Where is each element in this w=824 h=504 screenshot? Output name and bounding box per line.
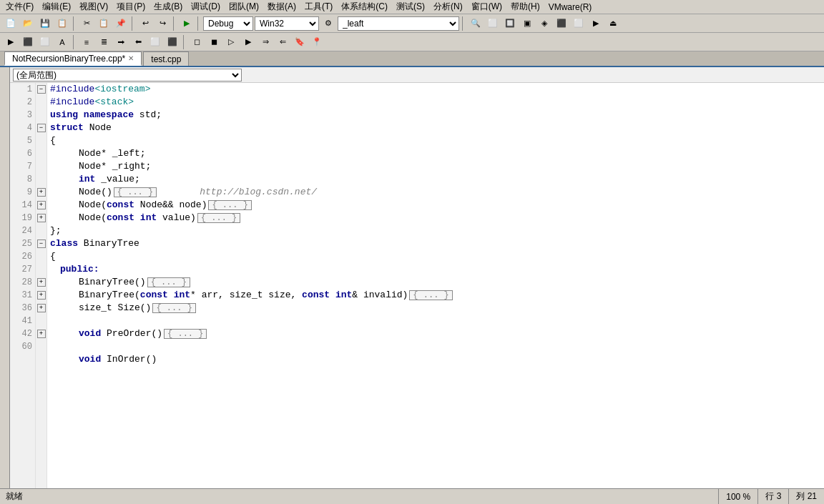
code-const-14: const xyxy=(107,199,134,212)
menu-project[interactable]: 项目(P) xyxy=(112,0,149,14)
fold-28[interactable]: + xyxy=(37,278,46,287)
menu-view[interactable]: 视图(V) xyxy=(75,0,112,14)
tb-btn-f[interactable]: ⬛ xyxy=(554,16,569,31)
code-lines[interactable]: #include<iostream> #include<stack> using… xyxy=(47,83,824,488)
copy-btn[interactable]: 📋 xyxy=(96,16,112,31)
fold-36[interactable]: + xyxy=(37,304,46,312)
menu-vmware[interactable]: VMware(R) xyxy=(544,1,597,14)
tb-btn-e[interactable]: ◈ xyxy=(536,16,552,31)
sep-2 xyxy=(132,16,134,31)
fold-9[interactable]: + xyxy=(37,188,46,197)
menu-arch[interactable]: 体系结构(C) xyxy=(337,0,392,14)
tb-btn-b[interactable]: ⬜ xyxy=(485,16,501,31)
tb2-btn-l[interactable]: ◼ xyxy=(206,35,222,49)
tb-btn-d[interactable]: ▣ xyxy=(519,16,535,31)
code-inc-1: <iostream> xyxy=(94,83,150,96)
code-line-4: struct Node xyxy=(50,122,824,134)
code-bt-ctor-31b: * arr, size_t size, xyxy=(190,289,302,302)
tb2-btn-g[interactable]: ⮕ xyxy=(113,35,129,49)
tb-btn-g[interactable]: ⬜ xyxy=(571,16,587,31)
menu-team[interactable]: 团队(M) xyxy=(225,0,263,14)
menu-window[interactable]: 窗口(W) xyxy=(467,0,506,14)
run-btn[interactable]: ▶ xyxy=(179,16,195,31)
ln-9: 9 xyxy=(10,186,35,199)
code-ns-std: std; xyxy=(139,109,162,122)
open-file-btn[interactable]: 📂 xyxy=(20,16,36,31)
menu-debug[interactable]: 调试(D) xyxy=(187,0,225,14)
tb2-btn-i[interactable]: ⬜ xyxy=(147,35,163,49)
tb2-btn-c[interactable]: ⬜ xyxy=(37,35,53,49)
scope-combo[interactable]: (全局范围) xyxy=(13,69,242,81)
tab-notrecursion[interactable]: NotRecursionBinaryTree.cpp* ✕ xyxy=(4,51,142,66)
tab-notrecursion-close[interactable]: ✕ xyxy=(128,54,134,62)
ln-1: 1 xyxy=(10,83,35,96)
menu-help[interactable]: 帮助(H) xyxy=(506,0,544,14)
tb2-btn-d[interactable]: A xyxy=(54,35,70,49)
tb-btn-h[interactable]: ▶ xyxy=(588,16,604,31)
collapsed-31[interactable]: { ... } xyxy=(409,290,452,300)
tb2-btn-k[interactable]: ◻ xyxy=(189,35,205,49)
ln-28: 28 xyxy=(10,276,35,289)
save-all-btn[interactable]: 📋 xyxy=(54,16,70,31)
collapsed-36[interactable]: { ... } xyxy=(152,303,195,313)
undo-btn[interactable]: ↩ xyxy=(137,16,153,31)
collapsed-9[interactable]: { ... } xyxy=(114,187,157,197)
code-brace-open-5: { xyxy=(50,134,56,147)
tb-btn-c[interactable]: 🔲 xyxy=(502,16,518,31)
tb2-btn-m[interactable]: ▷ xyxy=(223,35,239,49)
ln-24: 24 xyxy=(10,224,35,237)
save-btn[interactable]: 💾 xyxy=(37,16,53,31)
tb2-btn-e[interactable]: ≡ xyxy=(79,35,94,49)
platform-combo[interactable]: Win32 xyxy=(255,16,319,31)
tab-test[interactable]: test.cpp xyxy=(143,51,189,66)
tb2-btn-r[interactable]: 📍 xyxy=(309,35,325,49)
target-combo[interactable]: _leaft xyxy=(338,16,459,31)
status-zoom: 100 % xyxy=(718,489,757,505)
sep-5 xyxy=(462,16,465,31)
ln-41: 41 xyxy=(10,315,35,327)
menu-analyze[interactable]: 分析(N) xyxy=(429,0,467,14)
tb-btn-a[interactable]: 🔍 xyxy=(468,16,484,31)
cut-btn[interactable]: ✂ xyxy=(79,16,94,31)
tab-notrecursion-label: NotRecursionBinaryTree.cpp* xyxy=(12,54,125,64)
tb2-btn-n[interactable]: ▶ xyxy=(240,35,256,49)
menu-edit[interactable]: 编辑(E) xyxy=(38,0,75,14)
fold-1[interactable]: − xyxy=(37,85,46,94)
ln-5: 5 xyxy=(10,134,35,147)
tb2-btn-p[interactable]: ⇐ xyxy=(275,35,290,49)
code-node-ctor-19a: Node( xyxy=(79,212,107,224)
paste-btn[interactable]: 📌 xyxy=(113,16,129,31)
tb2-btn-o[interactable]: ⇒ xyxy=(258,35,273,49)
fold-42[interactable]: + xyxy=(37,330,46,338)
collapsed-14[interactable]: { ... } xyxy=(208,200,251,210)
fold-25[interactable]: − xyxy=(37,239,46,248)
fold-4[interactable]: − xyxy=(37,124,46,132)
sep-3 xyxy=(173,16,176,31)
code-kw-class: class xyxy=(50,237,78,250)
menu-file[interactable]: 文件(F) xyxy=(1,0,38,14)
menu-data[interactable]: 数据(A) xyxy=(263,0,300,14)
menu-test[interactable]: 测试(S) xyxy=(392,0,429,14)
menu-tools[interactable]: 工具(T) xyxy=(300,0,337,14)
tb-btn-i[interactable]: ⏏ xyxy=(605,16,621,31)
redo-btn[interactable]: ↪ xyxy=(154,16,170,31)
collapsed-19[interactable]: { ... } xyxy=(197,213,240,223)
code-editor[interactable]: 1 2 3 4 5 6 7 8 9 14 19 24 25 26 27 28 3 xyxy=(10,83,824,488)
tb2-btn-h[interactable]: ⬅ xyxy=(130,35,146,49)
tb2-btn-q[interactable]: 🔖 xyxy=(292,35,308,49)
fold-14[interactable]: + xyxy=(37,201,46,209)
tb2-btn-a[interactable]: ▶ xyxy=(3,35,19,49)
new-file-btn[interactable]: 📄 xyxy=(3,16,19,31)
menu-build[interactable]: 生成(B) xyxy=(149,0,187,14)
tab-bar: NotRecursionBinaryTree.cpp* ✕ test.cpp xyxy=(0,51,824,67)
tb2-btn-f[interactable]: ≣ xyxy=(96,35,112,49)
collapsed-42[interactable]: { ... } xyxy=(164,329,207,339)
tb2-btn-b[interactable]: ⬛ xyxy=(20,35,36,49)
debug-config-combo[interactable]: Debug xyxy=(203,16,253,31)
collapsed-28[interactable]: { ... } xyxy=(147,277,190,287)
config-icon[interactable]: ⚙ xyxy=(320,16,336,31)
tb2-btn-j[interactable]: ⬛ xyxy=(165,35,180,49)
fold-19[interactable]: + xyxy=(37,214,46,222)
fold-31[interactable]: + xyxy=(37,291,46,300)
editor-main: NotRecursionBinaryTree.cpp* ✕ test.cpp (… xyxy=(0,51,824,488)
